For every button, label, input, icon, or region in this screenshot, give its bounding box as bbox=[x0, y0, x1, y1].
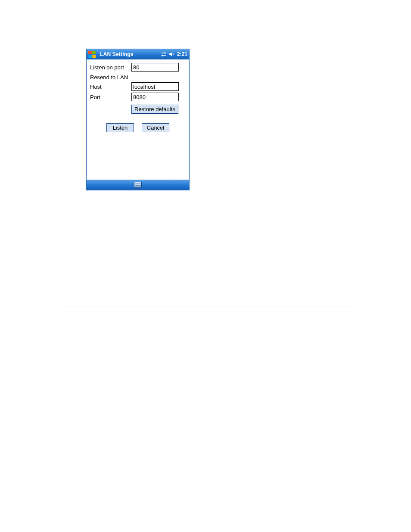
horizontal-rule bbox=[58, 307, 353, 307]
clock[interactable]: 2:21 bbox=[177, 51, 187, 57]
listen-button[interactable]: Listen bbox=[106, 123, 134, 132]
port-input[interactable] bbox=[131, 93, 179, 101]
title-bar: LAN Settings 2:21 bbox=[87, 49, 189, 59]
listen-port-label: Listen on port bbox=[90, 64, 129, 71]
form-area: Listen on port Resend to LAN Host Port R… bbox=[87, 59, 189, 132]
page: LAN Settings 2:21 bbox=[0, 0, 411, 532]
svg-marker-3 bbox=[161, 55, 163, 56]
title-separator bbox=[98, 50, 98, 58]
restore-defaults-button[interactable]: Restore defaults bbox=[131, 105, 178, 114]
device-screenshot: LAN Settings 2:21 bbox=[86, 49, 190, 190]
volume-icon[interactable] bbox=[169, 52, 174, 57]
window-title: LAN Settings bbox=[100, 51, 161, 57]
listen-port-input[interactable] bbox=[131, 63, 179, 72]
svg-marker-4 bbox=[169, 52, 172, 56]
keyboard-icon[interactable] bbox=[134, 182, 142, 188]
host-input[interactable] bbox=[131, 82, 179, 91]
svg-marker-1 bbox=[165, 52, 166, 54]
connectivity-icon[interactable] bbox=[161, 52, 167, 57]
bottom-bar bbox=[87, 180, 189, 190]
start-button[interactable] bbox=[88, 50, 96, 58]
port-label: Port bbox=[90, 94, 129, 100]
host-label: Host bbox=[90, 84, 129, 90]
cancel-button[interactable]: Cancel bbox=[142, 123, 169, 132]
resend-to-lan-label: Resend to LAN bbox=[90, 72, 186, 81]
